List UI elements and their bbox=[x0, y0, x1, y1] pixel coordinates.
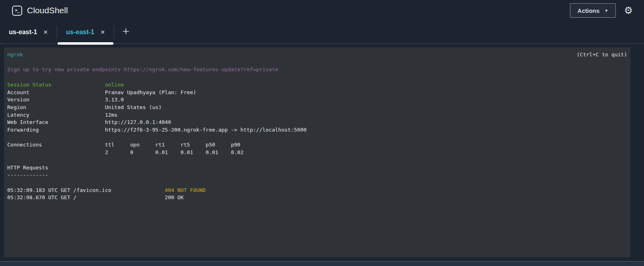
terminal-text-segment: Web Interface http://127.0.0.1:4040 bbox=[7, 119, 171, 125]
terminal-line: Latency 12ms bbox=[7, 111, 627, 119]
terminal-text-segment: Session Status bbox=[7, 82, 52, 88]
terminal-text-segment: ngrok bbox=[7, 52, 23, 58]
terminal-text-segment: Latency 12ms bbox=[7, 112, 118, 118]
actions-button[interactable]: Actions ▼ bbox=[570, 3, 616, 18]
terminal-line bbox=[7, 179, 627, 187]
terminal-text-segment: (Ctrl+C to quit) bbox=[577, 52, 627, 58]
tab-us-east-1-second-active[interactable]: us-east-1 ✕ bbox=[57, 21, 114, 43]
actions-button-label: Actions bbox=[578, 7, 600, 14]
terminal-text-segment: HTTP Requests bbox=[7, 165, 48, 171]
tab-label: us-east-1 bbox=[9, 29, 37, 36]
terminal-text-segment: Account Pranav Upadhyaya (Plan: Free) bbox=[7, 89, 196, 95]
app-header: >_ CloudShell Actions ▼ ⚙ bbox=[0, 0, 644, 21]
terminal-line: Sign up to try new private endpoints htt… bbox=[7, 66, 627, 74]
terminal-line bbox=[7, 59, 627, 66]
terminal-text-segment: 05:32:09.183 UTC GET /favicon.ico bbox=[7, 187, 165, 193]
terminal-line bbox=[7, 134, 627, 142]
terminal-text-segment: 404 NOT FOUND bbox=[165, 187, 206, 193]
terminal-text-segment: Version 3.13.0 bbox=[7, 97, 124, 103]
terminal-line: Region United States (us) bbox=[7, 104, 627, 111]
bottom-bar bbox=[0, 261, 644, 266]
terminal-line: Forwarding https://f2f6-3-95-25-200.ngro… bbox=[7, 126, 627, 134]
terminal-prompt-glyph: >_ bbox=[15, 8, 19, 13]
terminal-line: 05:32:08.670 UTC GET / 200 OK bbox=[7, 194, 627, 202]
page-title: CloudShell bbox=[27, 6, 68, 15]
terminal[interactable]: ngrok(Ctrl+C to quit) Sign up to try new… bbox=[4, 47, 630, 257]
terminal-line: 2 0 0.01 0.01 0.01 0.02 bbox=[7, 149, 627, 157]
close-tab-icon[interactable]: ✕ bbox=[100, 29, 105, 35]
tab-us-east-1-first[interactable]: us-east-1 ✕ bbox=[0, 21, 57, 43]
terminal-line: ------------- bbox=[7, 171, 627, 179]
terminal-text-segment: 05:32:08.670 UTC GET / bbox=[7, 194, 165, 200]
terminal-text-segment: Region United States (us) bbox=[7, 104, 162, 110]
terminal-line bbox=[7, 74, 627, 81]
terminal-line: Version 3.13.0 bbox=[7, 96, 627, 104]
cloudshell-logo-icon: >_ bbox=[12, 6, 22, 16]
terminal-text-segment: ------------- bbox=[7, 172, 48, 178]
terminal-line bbox=[7, 157, 627, 164]
tab-label: us-east-1 bbox=[66, 29, 94, 36]
close-tab-icon[interactable]: ✕ bbox=[43, 29, 48, 35]
terminal-text-segment: Sign up to try new private endpoints htt… bbox=[7, 66, 278, 72]
terminal-line: 05:32:09.183 UTC GET /favicon.ico 404 NO… bbox=[7, 187, 627, 194]
terminal-text-segment bbox=[52, 82, 105, 88]
terminal-text-segment: online bbox=[105, 82, 124, 88]
terminal-line: Session Status online bbox=[7, 81, 627, 89]
gear-icon[interactable]: ⚙ bbox=[624, 6, 633, 15]
terminal-line: ngrok(Ctrl+C to quit) bbox=[7, 51, 627, 59]
terminal-text-segment: Forwarding https://f2f6-3-95-25-200.ngro… bbox=[7, 127, 307, 133]
terminal-text-segment: 2 0 0.01 0.01 0.01 0.02 bbox=[7, 149, 244, 155]
terminal-text-segment: 200 OK bbox=[165, 194, 184, 200]
terminal-text-segment: Connections ttl opn rt1 rt5 p50 p90 bbox=[7, 142, 240, 148]
terminal-line: Connections ttl opn rt1 rt5 p50 p90 bbox=[7, 141, 627, 149]
tab-bar: us-east-1 ✕ us-east-1 ✕ + bbox=[0, 21, 644, 44]
terminal-line: HTTP Requests bbox=[7, 164, 627, 172]
add-tab-button[interactable]: + bbox=[114, 21, 138, 43]
caret-down-icon: ▼ bbox=[605, 8, 609, 13]
terminal-line: Web Interface http://127.0.0.1:4040 bbox=[7, 119, 627, 126]
terminal-line: Account Pranav Upadhyaya (Plan: Free) bbox=[7, 89, 627, 97]
